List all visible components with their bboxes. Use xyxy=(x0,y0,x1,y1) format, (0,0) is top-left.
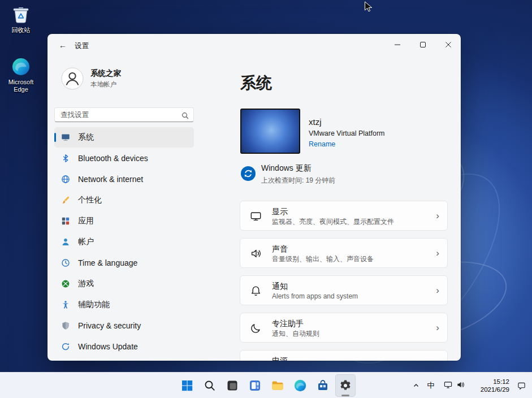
windows-update-badge-icon xyxy=(241,166,256,181)
close-button[interactable] xyxy=(435,34,461,55)
power-icon xyxy=(250,360,262,361)
sidebar-item-personalization[interactable]: 个性化 xyxy=(54,190,194,210)
sidebar-item-system[interactable]: 系统 xyxy=(54,127,194,148)
device-wallpaper-thumbnail xyxy=(240,109,300,154)
clock-icon xyxy=(61,258,70,267)
desktop-icon-recycle-bin[interactable]: 回收站 xyxy=(1,5,41,34)
file-explorer-button[interactable] xyxy=(267,374,288,397)
card-title: 专注助手 xyxy=(272,318,425,328)
clock-date-button[interactable]: 15:12 2021/6/29 xyxy=(470,374,513,397)
card-subtitle: 音量级别、输出、输入、声音设备 xyxy=(272,255,425,263)
ime-indicator[interactable]: 中 xyxy=(423,374,438,397)
rename-link[interactable]: Rename xyxy=(309,140,385,148)
network-icon xyxy=(444,380,452,391)
card-display[interactable]: 显示 监视器、亮度、夜间模式、显示配置文件 › xyxy=(240,201,448,231)
chevron-right-icon: › xyxy=(436,210,439,222)
desktop-icon-label: Microsoft Edge xyxy=(1,79,41,93)
store-button[interactable] xyxy=(313,374,333,397)
taskbar-search-button[interactable] xyxy=(200,374,220,397)
card-subtitle: 通知、自动规则 xyxy=(272,330,425,338)
network-volume-button[interactable] xyxy=(438,374,470,397)
sidebar-item-label: 系统 xyxy=(78,132,94,142)
windows-update-status[interactable]: Windows 更新 上次检查时间: 19 分钟前 xyxy=(241,163,335,185)
taskbar: 中 15:12 2021/6/29 xyxy=(0,372,532,398)
display-icon xyxy=(250,210,262,222)
card-sound[interactable]: 声音 音量级别、输出、输入、声音设备 › xyxy=(240,238,448,268)
sidebar-item-privacy-security[interactable]: Privacy & security xyxy=(54,315,194,336)
window-titlebar: ← 设置 xyxy=(47,34,461,57)
device-name: xtzj xyxy=(309,117,385,127)
gaming-icon xyxy=(61,279,70,288)
focus-assist-moon-icon xyxy=(250,322,262,334)
tray-chevron-up-icon[interactable] xyxy=(409,374,423,397)
chevron-right-icon: › xyxy=(436,322,439,334)
windows-update-icon xyxy=(61,342,70,351)
settings-window: ← 设置 系统之家 本地帐户 xyxy=(47,34,461,361)
desktop-icon-microsoft-edge[interactable]: Microsoft Edge xyxy=(1,57,41,93)
card-power[interactable]: 电源 › xyxy=(240,350,448,361)
personalization-brush-icon xyxy=(61,196,70,205)
card-subtitle: 监视器、亮度、夜间模式、显示配置文件 xyxy=(272,218,425,226)
sidebar-item-label: Windows Update xyxy=(78,342,138,351)
sound-icon xyxy=(250,248,262,259)
bluetooth-icon xyxy=(61,154,70,163)
minimize-button[interactable] xyxy=(384,34,410,55)
sidebar-item-bluetooth-devices[interactable]: Bluetooth & devices xyxy=(54,148,194,168)
sidebar-item-label: Privacy & security xyxy=(78,321,141,330)
sidebar-item-label: Network & internet xyxy=(78,175,143,184)
tray-date: 2021/6/29 xyxy=(481,386,509,393)
card-notifications[interactable]: 通知 Alerts from apps and system › xyxy=(240,275,448,305)
widgets-button[interactable] xyxy=(245,374,265,397)
avatar xyxy=(61,67,84,90)
start-button[interactable] xyxy=(177,374,197,397)
profile-name: 系统之家 xyxy=(90,68,121,79)
maximize-button[interactable] xyxy=(410,34,435,55)
network-globe-icon xyxy=(61,175,70,184)
notification-center-button[interactable] xyxy=(513,374,530,397)
card-title: 声音 xyxy=(272,244,425,254)
settings-button[interactable] xyxy=(335,374,356,397)
edge-button[interactable] xyxy=(290,374,310,397)
notifications-bell-icon xyxy=(250,285,262,297)
sidebar-item-label: 应用 xyxy=(78,216,94,226)
search-input[interactable] xyxy=(55,108,193,122)
privacy-shield-icon xyxy=(61,321,70,330)
volume-icon xyxy=(456,380,465,391)
card-title: 通知 xyxy=(272,281,425,291)
card-subtitle: Alerts from apps and system xyxy=(272,292,425,301)
windows-update-subtitle: 上次检查时间: 19 分钟前 xyxy=(261,176,335,185)
system-tray: 中 15:12 2021/6/29 xyxy=(409,374,530,397)
recycle-bin-icon xyxy=(11,5,31,25)
device-model: VMware Virtual Platform xyxy=(309,129,385,137)
sidebar-item-network-internet[interactable]: Network & internet xyxy=(54,169,194,189)
sidebar-item-windows-update[interactable]: Windows Update xyxy=(54,336,194,357)
apps-grid-icon xyxy=(61,217,70,226)
user-profile[interactable]: 系统之家 本地帐户 xyxy=(61,67,121,90)
sidebar-item-label: 个性化 xyxy=(78,195,102,205)
desktop-icon-label: 回收站 xyxy=(12,27,31,34)
sidebar-item-label: 游戏 xyxy=(78,279,94,289)
sidebar-item-gaming[interactable]: 游戏 xyxy=(54,274,194,294)
taskbar-center xyxy=(177,374,356,397)
accounts-person-icon xyxy=(61,237,70,246)
window-title: 设置 xyxy=(75,41,89,51)
sidebar-item-accessibility[interactable]: 辅助功能 xyxy=(54,295,194,315)
sidebar-item-label: Bluetooth & devices xyxy=(78,154,148,163)
chevron-right-icon: › xyxy=(436,360,439,361)
card-title: 显示 xyxy=(272,206,425,217)
sidebar-item-time-language[interactable]: Time & language xyxy=(54,253,194,273)
chevron-right-icon: › xyxy=(436,285,439,296)
edge-icon xyxy=(11,57,31,77)
settings-search xyxy=(54,107,194,122)
back-button[interactable]: ← xyxy=(54,38,71,52)
window-controls xyxy=(384,34,461,55)
card-focus-assist[interactable]: 专注助手 通知、自动规则 › xyxy=(240,313,448,343)
task-view-button[interactable] xyxy=(222,374,243,397)
chevron-right-icon: › xyxy=(436,248,439,259)
page-title: 系统 xyxy=(240,73,272,93)
settings-card-list: 显示 监视器、亮度、夜间模式、显示配置文件 › 声音 音量级别、输出、输入、声音… xyxy=(240,201,448,361)
windows-update-title: Windows 更新 xyxy=(261,163,335,174)
sidebar-item-accounts[interactable]: 帐户 xyxy=(54,232,194,252)
search-icon xyxy=(181,111,189,119)
sidebar-item-apps[interactable]: 应用 xyxy=(54,211,194,231)
